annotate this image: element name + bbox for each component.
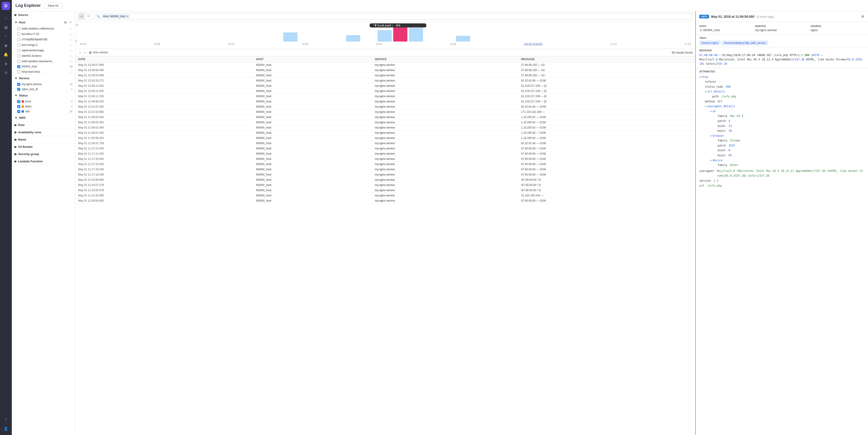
status-dot-info: [22, 110, 24, 112]
table-row[interactable]: May 01 11:56:02.454 NGINX_host my.nginx.…: [75, 120, 695, 125]
http-toggle[interactable]: ▼: [700, 75, 701, 79]
table-row[interactable]: May 01 11:17:20.540 NGINX_host my.nginx.…: [75, 157, 695, 162]
host-close-btn[interactable]: ✕: [68, 21, 72, 24]
host-checkbox-client02[interactable]: [17, 55, 20, 58]
nav-icon-settings[interactable]: ⚙: [2, 69, 10, 77]
nav-next-btn[interactable]: ›: [83, 50, 87, 55]
nav-icon-profile[interactable]: 👤: [2, 425, 10, 433]
status-checkbox-error[interactable]: [17, 100, 20, 103]
sidebar-section-header-source[interactable]: ▶ Source: [12, 11, 75, 19]
chart-view-btn[interactable]: 〜: [85, 13, 92, 19]
sidebar-section-header-role[interactable]: ▶ Role: [12, 122, 75, 129]
table-row[interactable]: May 01 11:15:07.579 NGINX_host my.nginx.…: [75, 182, 695, 188]
browser-toggle[interactable]: ▼: [710, 134, 712, 138]
sidebar-section-header-s3[interactable]: ▶ S3 Bucket: [12, 143, 75, 150]
search-area: ≡ 〜 🔍 Host: NGINX_host ✕ 10 0: [75, 11, 695, 435]
attr-key-browser-family: family: [718, 138, 727, 143]
host-checkbox-sql[interactable]: [17, 49, 20, 52]
device-toggle[interactable]: ▼: [710, 159, 712, 163]
attr-val-browser-major: 65: [728, 153, 732, 158]
detail-close-btn[interactable]: ✕: [861, 14, 864, 19]
table-row[interactable]: May 01 11:17:21.540 NGINX_host my.nginx.…: [75, 151, 695, 157]
status-checkbox-info[interactable]: [17, 110, 20, 113]
host-checkbox-mongo[interactable]: [17, 43, 20, 46]
attr-useragent-details-row: ▼ useragent_details: [705, 104, 864, 109]
host-checkbox-coffeehouse[interactable]: [17, 27, 20, 30]
table-row[interactable]: May 01 12:46:12.535 NGINX_host my.nginx.…: [75, 89, 695, 94]
table-row[interactable]: May 01 12:46:12.535 NGINX_host my.nginx.…: [75, 83, 695, 89]
nav-prev-btn[interactable]: ‹: [78, 50, 82, 55]
sidebar-section-status: ▼ Status Error 0 Warn 0: [12, 92, 75, 114]
table-row[interactable]: May 01 12:23:47.020 NGINX_host my.nginx.…: [75, 104, 695, 109]
host-checkbox-lemp[interactable]: [17, 70, 20, 73]
service-checkbox-nginxtest[interactable]: [17, 88, 20, 91]
table-row[interactable]: May 01 11:15:05.578 NGINX_host my.nginx.…: [75, 188, 695, 193]
status-checkbox-warn[interactable]: [17, 105, 20, 108]
table-row[interactable]: May 01 11:29:31.758 NGINX_host my.nginx.…: [75, 141, 695, 146]
sidebar-section-header-service[interactable]: ▼ Service: [12, 75, 75, 82]
table-row[interactable]: May 01 11:15:08.580 NGINX_host my.nginx.…: [75, 177, 695, 182]
sidebar-section-header-aws[interactable]: ▼ AWS: [12, 114, 75, 121]
os-toggle[interactable]: ▼: [710, 109, 712, 113]
td-date: May 01 13:18:33.272: [75, 78, 253, 83]
table-row[interactable]: May 01 11:06:54.000 NGINX_host my.nginx.…: [75, 198, 695, 203]
sidebar-section-header-host[interactable]: ▼ Host ▦ ✕: [12, 19, 75, 26]
attr-val-method: GET: [717, 99, 722, 104]
table-row[interactable]: May 01 13:39:53.668 NGINX_host my.nginx.…: [75, 73, 695, 78]
table-row[interactable]: May 01 11:17:21.540 NGINX_host my.nginx.…: [75, 146, 695, 151]
save-as-button[interactable]: Save As: [44, 3, 62, 8]
sidebar-section-header-status[interactable]: ▼ Status: [12, 92, 75, 99]
sidebar-section-header-avail[interactable]: ▶ Availability zone: [12, 129, 75, 136]
td-service: my.nginx.service: [372, 130, 518, 136]
table-row[interactable]: May 01 11:17:18.539 NGINX_host my.nginx.…: [75, 172, 695, 177]
attr-key-device-family: family: [718, 163, 727, 168]
service-checkbox-mynginx[interactable]: [17, 83, 20, 86]
host-checkbox-nginx[interactable]: [17, 65, 20, 68]
nav-icon-list[interactable]: ≡: [2, 32, 10, 40]
nav-icon-help[interactable]: ?: [2, 416, 10, 424]
td-message: 62.32.81.84 — 01/M: [518, 104, 695, 109]
host-checkbox-i07[interactable]: [17, 38, 20, 41]
table-row[interactable]: May 01 13:39:57.669 NGINX_host my.nginx.…: [75, 62, 695, 68]
table-row[interactable]: May 01 11:56:02.454 NGINX_host my.nginx.…: [75, 125, 695, 130]
table-row[interactable]: May 01 12:46:11.535 NGINX_host my.nginx.…: [75, 94, 695, 99]
table-row[interactable]: May 01 11:56:03.454 NGINX_host my.nginx.…: [75, 115, 695, 120]
table-row[interactable]: May 01 11:55:56.453 NGINX_host my.nginx.…: [75, 136, 695, 141]
useragent-details-toggle[interactable]: ▼: [705, 104, 706, 108]
msg-date: 01/May/2018:17:06:50 +0000: [722, 54, 765, 57]
nav-icon-user[interactable]: ◉: [2, 41, 10, 49]
host-filter-btn[interactable]: ▦: [63, 21, 67, 24]
nav-icon-alert[interactable]: 🔔: [2, 51, 10, 59]
table-row[interactable]: May 01 11:17:19.540 NGINX_host my.nginx.…: [75, 162, 695, 167]
td-date: May 01 11:12:20.000: [75, 193, 253, 198]
table-row[interactable]: May 01 13:39:56.669 NGINX_host my.nginx.…: [75, 68, 695, 73]
s3-chevron-icon: ▶: [14, 145, 17, 148]
attr-key-os-minor: minor: [718, 124, 726, 129]
attr-tree: ▼ http referer — status_code 200: [700, 75, 864, 189]
filter-chip-close[interactable]: ✕: [126, 15, 129, 18]
sidebar-section-header-lambda[interactable]: ▶ Lambda Function: [12, 158, 75, 165]
url-details-toggle[interactable]: ▼: [705, 90, 706, 94]
host-checkbox-fse[interactable]: [17, 33, 20, 36]
attr-path-row: path /info.php: [712, 94, 864, 99]
attr-key-referer: referer: [705, 79, 716, 85]
nav-icon-home[interactable]: ⌂: [2, 14, 10, 22]
list-view-btn[interactable]: ≡: [79, 13, 85, 19]
table-row[interactable]: May 01 11:12:20.000 NGINX_host my.nginx.…: [75, 193, 695, 198]
meta-host: HOST 🖥 NGINX_host: [700, 25, 753, 32]
table-row[interactable]: May 01 13:18:33.272 NGINX_host my.nginx.…: [75, 78, 695, 83]
nav-icon-map[interactable]: ◈: [2, 60, 10, 68]
table-row[interactable]: May 01 11:56:01.454 NGINX_host my.nginx.…: [75, 130, 695, 136]
msg-khtml: KHTML, like Gecko Chrome/: [806, 58, 847, 61]
host-item-mongo: test-mongo-2 —: [12, 42, 75, 48]
search-input[interactable]: [132, 15, 690, 18]
nav-icon-chart[interactable]: ▦: [2, 23, 10, 31]
table-row[interactable]: May 01 11:17:19.540 NGINX_host my.nginx.…: [75, 167, 695, 172]
sidebar-section-header-name[interactable]: ▶ Name: [12, 136, 75, 143]
msg-dash: —: [719, 54, 722, 57]
table-row[interactable]: May 01 12:46:06.533 NGINX_host my.nginx.…: [75, 99, 695, 104]
sidebar-section-header-security[interactable]: ▶ Security group: [12, 150, 75, 158]
table-row[interactable]: May 01 12:21:53.960 NGINX_host my.nginx.…: [75, 109, 695, 115]
hide-sidebar-btn[interactable]: ◧ Hide sidebar: [89, 51, 108, 54]
host-checkbox-bean[interactable]: [17, 60, 20, 63]
